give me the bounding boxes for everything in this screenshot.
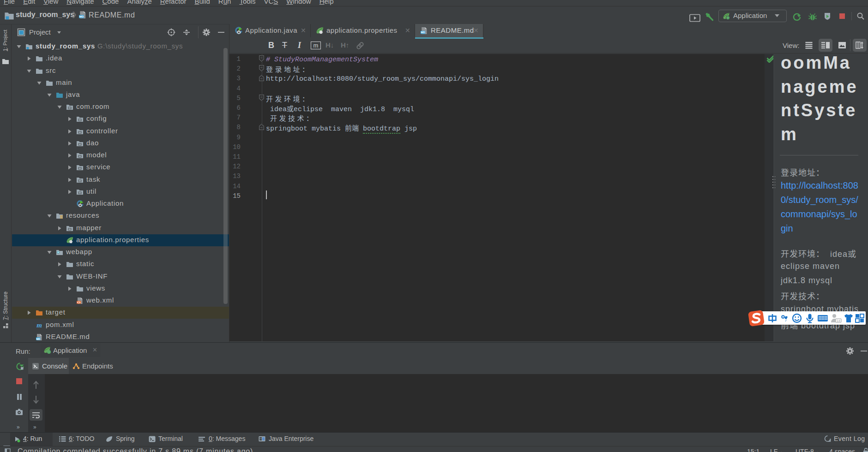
svg-text:MD: MD xyxy=(421,31,425,34)
svg-text:<>: <> xyxy=(77,301,81,304)
svg-text:MD: MD xyxy=(79,15,84,18)
svg-text:m: m xyxy=(36,321,42,329)
svg-text:14: 14 xyxy=(837,319,840,322)
svg-text:MD: MD xyxy=(36,337,40,340)
